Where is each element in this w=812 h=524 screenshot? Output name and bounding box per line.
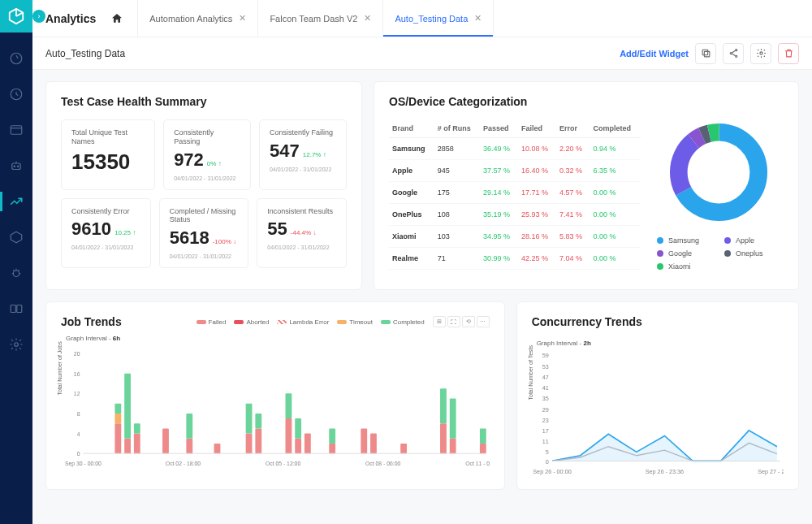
svg-text:Oct 02 - 18:00: Oct 02 - 18:00: [166, 461, 201, 466]
tab[interactable]: Auto_Testing Data✕: [382, 0, 494, 37]
svg-rect-7: [12, 163, 21, 170]
svg-text:Oct 11 - 00:00: Oct 11 - 00:00: [465, 461, 489, 466]
svg-point-23: [735, 50, 736, 51]
nav-item-package[interactable]: [0, 226, 32, 249]
svg-text:29: 29: [542, 406, 548, 414]
table-row: Realme7130.99 %42.25 %7.04 %0.00 %: [389, 248, 641, 270]
svg-line-27: [732, 54, 735, 56]
svg-text:Sep 26 - 00:00: Sep 26 - 00:00: [533, 468, 571, 475]
svg-text:Oct 05 - 12:00: Oct 05 - 12:00: [266, 461, 300, 466]
svg-rect-71: [440, 388, 447, 423]
svg-rect-51: [134, 423, 140, 433]
nav-item-browser[interactable]: [0, 119, 32, 141]
svg-text:Sep 30 - 00:00: Sep 30 - 00:00: [65, 461, 102, 467]
close-icon[interactable]: ✕: [364, 13, 371, 24]
legend-item: Timeout: [337, 318, 373, 326]
svg-marker-11: [11, 232, 22, 243]
close-icon[interactable]: ✕: [474, 13, 482, 24]
home-icon[interactable]: [110, 12, 123, 25]
metric-value: 15350: [71, 149, 145, 175]
tab-label: Auto_Testing Data: [395, 14, 468, 24]
card-os-device: OS/Device Categorization Brand# of RunsP…: [374, 81, 799, 290]
tab[interactable]: Automation Analytics✕: [137, 0, 258, 37]
svg-rect-57: [246, 404, 253, 434]
sidebar: ›: [0, 0, 32, 524]
nav-item-bug[interactable]: [0, 262, 32, 284]
legend-item: Samsung: [657, 236, 713, 245]
subheader: Auto_Testing Data Add/Edit Widget: [32, 37, 812, 70]
page-title: Analytics: [45, 12, 96, 25]
table-row: Apple94537.57 %16.40 %0.32 %6.35 %: [389, 160, 641, 182]
svg-rect-50: [134, 434, 140, 454]
svg-text:Sep 26 - 23:36: Sep 26 - 23:36: [645, 468, 683, 475]
svg-rect-74: [480, 444, 486, 453]
svg-text:0: 0: [77, 451, 80, 457]
legend-item: Aborted: [234, 318, 269, 326]
svg-line-2: [16, 12, 23, 16]
svg-text:59: 59: [542, 352, 548, 359]
table-header: Completed: [590, 119, 641, 138]
svg-rect-67: [361, 429, 367, 454]
table-header: Failed: [518, 119, 556, 138]
add-edit-widget-button[interactable]: Add/Edit Widget: [620, 49, 689, 58]
tab[interactable]: Falcon Team Dash V2✕: [257, 0, 383, 37]
logo[interactable]: [0, 0, 32, 32]
settings-button[interactable]: [750, 43, 771, 64]
chart-reset-button[interactable]: ⟲: [462, 316, 475, 327]
svg-text:0: 0: [545, 458, 548, 466]
svg-rect-47: [114, 404, 121, 414]
svg-rect-52: [162, 429, 169, 454]
legend-item: Xiaomi: [657, 262, 713, 271]
svg-text:17: 17: [542, 427, 548, 435]
table-row: Samsung285836.49 %10.08 %2.20 %0.94 %: [389, 138, 641, 160]
legend-item: Lambda Error: [277, 318, 329, 326]
svg-rect-19: [17, 305, 22, 313]
svg-rect-72: [450, 439, 456, 453]
topbar: Analytics Automation Analytics✕Falcon Te…: [32, 0, 812, 37]
svg-rect-62: [295, 439, 301, 453]
metric-failing: Consistently Failing 54712.7% ↑ 04/01/20…: [259, 119, 347, 190]
main: Analytics Automation Analytics✕Falcon Te…: [32, 0, 812, 524]
nav-item-bot[interactable]: [0, 154, 32, 177]
svg-rect-64: [304, 434, 311, 454]
chart-fullscreen-button[interactable]: ⛶: [447, 316, 460, 327]
graph-interval: Graph Interval - 6h: [66, 335, 490, 342]
metric-inconsistent: Inconsistent Results 55-44.4% ↓ 04/01/20…: [257, 198, 347, 269]
card-title: OS/Device Categorization: [389, 95, 784, 108]
svg-text:4: 4: [77, 431, 80, 437]
svg-rect-73: [450, 399, 456, 439]
svg-rect-65: [329, 444, 335, 453]
svg-rect-68: [370, 434, 377, 454]
svg-rect-61: [286, 394, 292, 419]
svg-rect-22: [702, 50, 708, 54]
svg-point-24: [730, 52, 732, 54]
delete-button[interactable]: [778, 43, 799, 64]
nav-item-settings[interactable]: [0, 333, 32, 356]
nav-item-analytics[interactable]: [0, 190, 32, 213]
svg-rect-55: [214, 444, 221, 453]
nav-item-compare[interactable]: [0, 297, 32, 320]
nav-item-dashboard[interactable]: [0, 47, 32, 70]
svg-rect-21: [704, 51, 710, 57]
svg-line-16: [13, 270, 15, 271]
copy-button[interactable]: [695, 43, 716, 64]
svg-text:11: 11: [542, 438, 548, 445]
nav-item-history[interactable]: [0, 83, 32, 106]
svg-text:35: 35: [542, 395, 548, 402]
breadcrumb: Auto_Testing Data: [45, 48, 125, 59]
chart-zoom-button[interactable]: ⊞: [433, 316, 446, 327]
card-title: Concurrency Trends: [532, 315, 784, 328]
card-job-trends: Job Trends FailedAbortedLambda ErrorTime…: [45, 301, 505, 490]
svg-point-25: [735, 55, 736, 57]
share-button[interactable]: [723, 43, 744, 64]
metric-total: Total Unique Test Names 15350: [61, 119, 155, 190]
svg-text:12: 12: [74, 391, 80, 396]
donut-chart-area: SamsungAppleGoogleOneplusXiaomi: [654, 119, 784, 271]
sidebar-collapse-button[interactable]: ›: [32, 10, 45, 23]
close-icon[interactable]: ✕: [239, 13, 246, 24]
svg-text:47: 47: [542, 374, 548, 381]
table-header: Brand: [389, 119, 434, 138]
svg-rect-46: [114, 414, 121, 423]
chart-more-button[interactable]: ⋯: [477, 316, 490, 327]
tabs: Automation Analytics✕Falcon Team Dash V2…: [138, 0, 494, 37]
